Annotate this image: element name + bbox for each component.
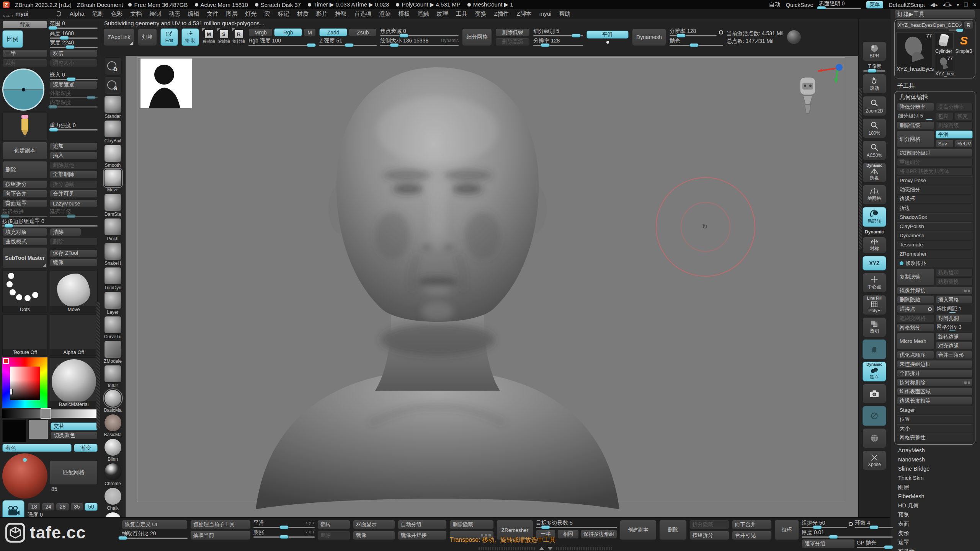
subpalette-row[interactable]: FiberMesh — [894, 492, 975, 501]
gradient-button[interactable]: 渐变 — [74, 444, 98, 452]
geometry-control[interactable]: Dynamesh — [897, 231, 973, 240]
menu-item[interactable]: 纹理 — [433, 10, 451, 18]
colorize-button[interactable]: 着色 — [2, 444, 72, 452]
shelf-item[interactable]: Layer — [101, 292, 125, 315]
embed-slider[interactable]: 嵌入 0 — [50, 72, 98, 80]
ui-opacity-slider[interactable]: 界面透明 0 — [819, 1, 861, 9]
crop-button[interactable]: 裁剪 — [2, 59, 47, 67]
texture-slot[interactable]: Texture Off — [2, 315, 47, 356]
thickness-slider[interactable]: 厚度 0.01 — [802, 530, 893, 538]
menu-item[interactable]: 笔刷 — [89, 10, 106, 18]
tray-up-icon[interactable] — [539, 547, 544, 550]
rgb-intensity-slider[interactable]: Rgb 强度 100 — [248, 38, 316, 46]
subpixel-slider[interactable]: 子像素 — [863, 64, 885, 72]
solo-button[interactable]: Dynamic 孤立 — [862, 362, 886, 381]
menu-item[interactable]: 工具 — [452, 10, 470, 18]
sculpted-head-model[interactable] — [240, 56, 635, 511]
group-polish-slider[interactable]: 组抛光 50 — [802, 520, 847, 528]
geometry-control[interactable]: 删除低级 — [897, 121, 934, 129]
geometry-control[interactable]: ShadowBox — [897, 213, 973, 221]
shelf-item[interactable]: ZModele — [101, 341, 125, 364]
geometry-control[interactable]: 粘贴替换 — [936, 277, 973, 285]
split-hidden-button[interactable]: 拆分隐藏 — [50, 180, 98, 188]
subpalette-row[interactable]: ArrayMesh — [894, 446, 975, 455]
left-tray-scrollbar[interactable] — [96, 302, 100, 429]
smt-button[interactable]: 平滑 — [586, 31, 629, 39]
delete-button[interactable]: 删除 — [317, 531, 350, 540]
gravity-slider[interactable]: 重力强度 0 — [50, 122, 98, 130]
set-pivot-button[interactable]: 中心点 — [862, 273, 886, 293]
menu-item[interactable]: 首选项 — [351, 10, 374, 18]
polish-slider[interactable]: 抛光 — [670, 38, 723, 46]
geometry-control[interactable]: 对齐边缘 — [936, 342, 973, 350]
geometry-control[interactable]: 全部拆开 — [897, 369, 973, 377]
resize-button[interactable]: 调整大小 — [50, 59, 98, 67]
main-color-swatch[interactable] — [2, 419, 26, 442]
geometry-control[interactable]: 修改拓扑 — [897, 259, 973, 267]
menu-item[interactable]: 色彩 — [108, 10, 126, 18]
shelf-item[interactable]: Smooth — [101, 145, 125, 168]
floor-grid-button[interactable]: 地网格 — [862, 185, 886, 205]
head-tool-thumb2[interactable]: 77 — [934, 55, 954, 72]
geometry-control[interactable]: 焊接间距 1 — [936, 305, 973, 313]
subpalette-row[interactable]: 变形 — [894, 528, 975, 538]
geometry-control[interactable]: 复制滤镜 — [897, 268, 934, 285]
lazy-step-slider[interactable]: 延迟步进 — [2, 209, 47, 217]
geometry-control[interactable]: 重建细分 — [897, 158, 973, 166]
split-hidden-button[interactable]: 拆分隐藏 — [689, 520, 729, 529]
geometry-control[interactable]: 网格划分 — [897, 323, 934, 331]
seethrough-button[interactable] — [862, 406, 886, 426]
split-groups-button[interactable]: 按组拆分 — [2, 180, 47, 188]
shelf-item[interactable]: Inflat — [101, 365, 125, 388]
ratio-button[interactable]: 比例 — [2, 30, 23, 48]
decimate-percent-slider[interactable]: 抽取百分比 20 — [122, 531, 188, 539]
subpalette-row[interactable]: Slime Bridge — [894, 464, 975, 473]
geometry-control[interactable]: ZRemesher — [897, 250, 973, 258]
focal-shift-slider[interactable]: 焦点衰减 0 — [380, 28, 459, 36]
zsub-button[interactable]: Zsub — [349, 28, 377, 36]
shelf-item[interactable]: DamSta — [101, 194, 125, 217]
mrgb-button[interactable]: Mrgb — [248, 28, 273, 36]
geometry-control[interactable]: 边缘长度相等 — [897, 397, 973, 405]
color-picker[interactable] — [2, 357, 47, 408]
geometry-control[interactable]: 折边 — [897, 204, 973, 212]
lightbox-tool-header[interactable]: 灯箱▶工具 — [894, 10, 975, 18]
subpalette-row[interactable]: 可见性 — [894, 547, 975, 551]
cylinder-tool-thumb[interactable] — [934, 32, 954, 49]
shelf-item[interactable]: ClayBuil — [101, 120, 125, 143]
geometry-control[interactable]: 平滑 — [936, 130, 973, 139]
geometry-control[interactable]: 恢复 — [955, 112, 973, 120]
gradient-handle[interactable] — [41, 408, 51, 419]
mirror-button[interactable]: 镜像 — [50, 259, 98, 267]
menu-item[interactable]: 材质 — [294, 10, 311, 18]
keep-groups-button[interactable]: 保持多边形组 — [581, 530, 617, 539]
mask-group-button[interactable]: 遮罩分组 — [802, 539, 855, 548]
dynamesh-button[interactable]: Dynamesh — [632, 28, 666, 46]
antialiased-half-button[interactable]: AC50% — [862, 140, 886, 160]
menu-toggle-button[interactable]: 菜单 — [866, 1, 883, 8]
menu-item[interactable]: 文件 — [204, 10, 221, 18]
double-display-button[interactable]: 双面显示 — [353, 520, 395, 529]
subpalette-row[interactable]: 遮罩 — [894, 538, 975, 547]
user-config-name[interactable]: myui — [15, 11, 28, 18]
geometry-control[interactable]: 网格完整性 — [897, 434, 973, 442]
merge-down-button[interactable]: 向下合并 — [732, 520, 772, 529]
merge-visible-button[interactable]: 合并可见 — [732, 531, 772, 540]
shelf-item[interactable]: D — [101, 57, 125, 75]
preview-sphere[interactable] — [2, 453, 47, 499]
tool-r-button[interactable]: R — [964, 21, 973, 29]
menu-item[interactable]: 文档 — [127, 10, 145, 18]
decimate-current-button[interactable]: 抽取当前 — [190, 531, 251, 540]
curve-delete-button[interactable]: 删除 — [50, 238, 98, 246]
tray-toggle[interactable] — [479, 547, 613, 550]
shelf-item[interactable]: Standar — [101, 96, 125, 119]
menu-item[interactable]: 变换 — [472, 10, 489, 18]
create-copy-button[interactable]: 创建副本 — [2, 142, 47, 160]
size-preset-button[interactable]: 28 — [56, 503, 69, 511]
edit-mode-button[interactable]: Edit — [160, 28, 178, 46]
geometry-control[interactable]: Proxy Pose — [897, 176, 973, 184]
geometry-control[interactable]: 合并三角形 — [936, 351, 973, 359]
menu-item[interactable]: 编辑 — [185, 10, 202, 18]
inner-depth-slider[interactable]: 内部深度 — [50, 99, 98, 108]
geometry-section-title[interactable]: 几何体编辑 — [897, 93, 973, 103]
